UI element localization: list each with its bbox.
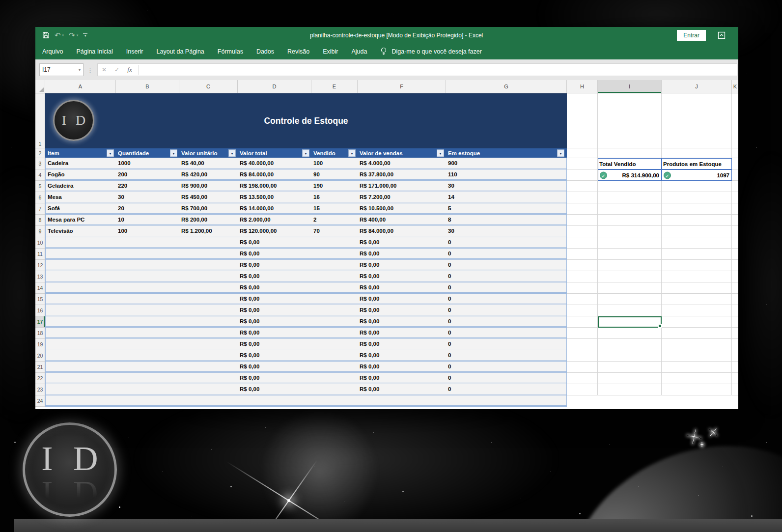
ribbon-display-options-icon[interactable] [718,31,726,39]
cell-B3[interactable]: 1000 [116,158,179,168]
row-header-10[interactable]: 10 [35,237,45,249]
row-header-1[interactable]: 1 [35,93,45,148]
row-header-7[interactable]: 7 [35,203,45,215]
cell-E22[interactable] [311,373,358,383]
row-header-5[interactable]: 5 [35,181,45,192]
row-header-8[interactable]: 8 [35,215,45,226]
row-header-11[interactable]: 11 [35,249,45,260]
row-header-6[interactable]: 6 [35,192,45,203]
cell-H21[interactable] [567,362,598,373]
cell-E9[interactable]: 70 [311,226,358,236]
cell-E18[interactable] [311,328,358,337]
cell-B14[interactable] [116,282,179,292]
cell-H14[interactable] [567,282,598,294]
cell-E13[interactable] [311,271,358,281]
cell-D13[interactable]: R$ 0,00 [238,271,311,281]
cell-I22[interactable] [598,373,662,384]
cell-E7[interactable]: 15 [311,203,358,213]
cell-C9[interactable]: R$ 1.200,00 [179,226,238,236]
cell-G19[interactable]: 0 [446,339,566,349]
cell-J21[interactable] [662,362,732,373]
cell-F13[interactable]: R$ 0,00 [358,271,446,281]
cell-C19[interactable] [179,339,238,349]
cell-F16[interactable]: R$ 0,00 [358,305,446,315]
cell-C20[interactable] [179,350,238,360]
cell-E16[interactable] [311,305,358,315]
total-vendido-label-cell[interactable]: Total Vendido [598,158,662,169]
cell-B17[interactable] [116,316,179,326]
cell-E20[interactable] [311,350,358,360]
cell-C8[interactable]: R$ 200,00 [179,215,238,224]
cell-G18[interactable]: 0 [446,328,566,337]
cell-H9[interactable] [567,226,598,237]
cell-C12[interactable] [179,260,238,270]
cell-H4[interactable] [567,169,598,181]
menu-tab-f-rmulas[interactable]: Fórmulas [218,48,243,55]
cell-D19[interactable]: R$ 0,00 [238,339,311,349]
cell-B21[interactable] [116,362,179,371]
cell-G12[interactable]: 0 [446,260,566,270]
row-header-19[interactable]: 19 [35,339,45,350]
cell-I9[interactable] [598,226,662,237]
cell-I15[interactable] [598,294,662,305]
cell-G14[interactable]: 0 [446,282,566,292]
cell-I12[interactable] [598,260,662,271]
cell-J8[interactable] [662,215,732,226]
cell-H5[interactable] [567,181,598,192]
cell-E11[interactable] [311,249,358,258]
cell-J5[interactable] [662,181,732,192]
name-box[interactable]: I17 ▾ [39,63,84,76]
cell-F11[interactable]: R$ 0,00 [358,249,446,258]
tell-me-box[interactable]: Diga-me o que você deseja fazer [380,47,481,56]
name-box-dropdown-icon[interactable]: ▾ [79,68,81,72]
cell-I23[interactable] [598,384,662,395]
cell-H17[interactable] [567,316,598,328]
cell-I5[interactable] [598,181,662,192]
sign-in-button[interactable]: Entrar [677,30,706,41]
menu-tab-p-gina-inicial[interactable]: Página Inicial [76,48,112,55]
cell-H22[interactable] [567,373,598,384]
cell-C3[interactable]: R$ 40,00 [179,158,238,168]
cell-J1[interactable] [662,93,732,148]
cell-F18[interactable]: R$ 0,00 [358,328,446,337]
cell-J13[interactable] [662,271,732,282]
cell-J20[interactable] [662,350,732,362]
cell-J2[interactable] [662,148,732,158]
cell-J15[interactable] [662,294,732,305]
cell-D12[interactable]: R$ 0,00 [238,260,311,270]
cell-A4[interactable]: Fogão [46,169,116,179]
cell-A15[interactable] [46,294,116,304]
cell-B5[interactable]: 220 [116,181,179,191]
cell-D21[interactable]: R$ 0,00 [238,362,311,371]
table-header-A[interactable]: Item▼ [45,148,115,158]
cell-H16[interactable] [567,305,598,316]
cell-H11[interactable] [567,249,598,260]
table-header-B[interactable]: Quantidade▼ [115,148,179,158]
cell-C10[interactable] [179,237,238,247]
cell-G8[interactable]: 8 [446,215,566,224]
cell-A14[interactable] [46,282,116,292]
row-header-14[interactable]: 14 [35,282,45,294]
customize-quick-access-icon[interactable]: ▾ [83,33,87,37]
column-header-A[interactable]: A [45,80,116,93]
cell-J12[interactable] [662,260,732,271]
cell-G6[interactable]: 14 [446,192,566,202]
cell-C14[interactable] [179,282,238,292]
cell-E19[interactable] [311,339,358,349]
cell-K16[interactable] [732,305,738,316]
cell-K6[interactable] [732,192,738,203]
cell-K21[interactable] [732,362,738,373]
cell-A10[interactable] [46,237,116,247]
cell-A12[interactable] [46,260,116,270]
produtos-em-estoque-label-cell[interactable]: Produtos em Estoque [662,158,732,169]
cell-C17[interactable] [179,316,238,326]
cell-A23[interactable] [46,384,116,394]
cell-B7[interactable]: 20 [116,203,179,213]
row-header-18[interactable]: 18 [35,328,45,339]
cell-G21[interactable]: 0 [446,362,566,371]
cell-J16[interactable] [662,305,732,316]
cell-G10[interactable]: 0 [446,237,566,247]
filter-dropdown-icon-D[interactable]: ▼ [302,149,309,157]
cell-J9[interactable] [662,226,732,237]
cell-C7[interactable]: R$ 700,00 [179,203,238,213]
